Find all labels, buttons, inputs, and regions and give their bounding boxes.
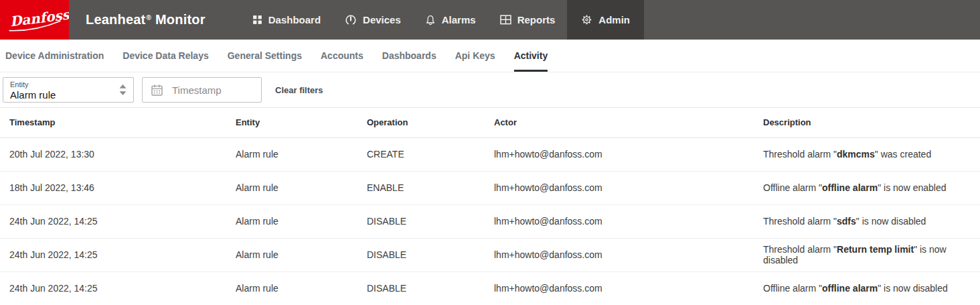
subnav-item-activity[interactable]: Activity [514,40,548,72]
table-row: 18th Jul 2022, 13:46 Alarm rule ENABLE l… [0,171,980,204]
select-arrows-icon [119,84,127,96]
timestamp-filter-input[interactable] [172,84,249,96]
gear-icon [581,14,592,25]
cell-actor: lhm+howto@danfoss.com [493,271,762,305]
cell-description: Threshold alarm "sdfs" is now disabled [762,204,980,238]
subnav-item-accounts[interactable]: Accounts [321,40,363,72]
cell-entity: Alarm rule [234,171,365,204]
cell-timestamp: 24th Jun 2022, 14:25 [0,271,234,305]
reports-icon [500,15,511,25]
topnav-item-alarms[interactable]: Alarms [413,0,488,40]
table-row: 24th Jun 2022, 14:25 Alarm rule DISABLE … [0,238,980,271]
cell-description: Threshold alarm "Return temp limit" is n… [762,238,980,271]
subnav-item-label: Device Data Relays [122,50,208,61]
topnav-item-label: Devices [363,14,401,25]
alarm-name: offline alarm [822,283,878,294]
cell-timestamp: 24th Jun 2022, 14:25 [0,238,234,271]
top-bar: Danfoss Leanheat®Monitor Dashboard [0,0,980,40]
topnav-item-label: Dashboard [268,14,321,25]
cell-operation: ENABLE [365,171,493,204]
column-header-timestamp: Timestamp [0,108,234,137]
cell-description: Offline alarm "offline alarm" is now ena… [762,171,980,204]
danfoss-logo-icon: Danfoss [0,0,69,40]
entity-filter-select[interactable]: Entity Alarm rule [3,77,134,103]
alarm-name: offline alarm [822,182,878,193]
alarm-name: Return temp limit [837,244,914,255]
cell-timestamp: 18th Jul 2022, 13:46 [0,171,234,204]
timestamp-filter[interactable] [142,77,262,103]
top-navigation: Dashboard Devices Alarms [240,0,644,40]
subnav-item-api-keys[interactable]: Api Keys [455,40,495,72]
alarm-name: sdfs [837,216,856,227]
cell-timestamp: 20th Jul 2022, 13:30 [0,137,234,171]
cell-operation: DISABLE [365,238,493,271]
app-title: Leanheat®Monitor [86,0,206,40]
entity-filter-label: Entity [10,80,113,89]
app-title-main: Leanheat [86,12,145,27]
topnav-item-reports[interactable]: Reports [488,0,568,40]
dashboard-icon [252,15,262,25]
clear-filters-button[interactable]: Clear filters [275,85,323,95]
cell-actor: lhm+howto@danfoss.com [493,204,762,238]
cell-entity: Alarm rule [234,204,365,238]
table-row: 24th Jun 2022, 14:25 Alarm rule DISABLE … [0,271,980,305]
subnav-item-label: General Settings [228,50,302,61]
subnav-item-label: Dashboards [382,50,436,61]
app-title-rest: Monitor [155,12,206,27]
cell-entity: Alarm rule [234,137,365,171]
subnav-item-device-data-relays[interactable]: Device Data Relays [122,40,208,72]
topnav-item-label: Admin [598,14,630,25]
calendar-icon [151,84,163,97]
cell-actor: lhm+howto@danfoss.com [493,238,762,271]
table-row: 24th Jun 2022, 14:25 Alarm rule DISABLE … [0,204,980,238]
entity-filter-value: Alarm rule [10,89,113,101]
subnav-item-device-administration[interactable]: Device Administration [5,40,104,72]
cell-timestamp: 24th Jun 2022, 14:25 [0,204,234,238]
cell-operation: DISABLE [365,204,493,238]
cell-entity: Alarm rule [234,271,365,305]
activity-table: Timestamp Entity Operation Actor Descrip… [0,108,980,305]
subnav-item-dashboards[interactable]: Dashboards [382,40,436,72]
danfoss-logo[interactable]: Danfoss [0,0,69,40]
column-header-entity: Entity [234,108,365,137]
subnav-item-label: Device Administration [5,50,104,61]
topnav-item-dashboard[interactable]: Dashboard [240,0,333,40]
cell-entity: Alarm rule [234,238,365,271]
page: Danfoss Leanheat®Monitor Dashboard [0,0,980,305]
table-header-row: Timestamp Entity Operation Actor Descrip… [0,108,980,137]
table-row: 20th Jul 2022, 13:30 Alarm rule CREATE l… [0,137,980,171]
admin-subnav: Device Administration Device Data Relays… [0,40,980,72]
topnav-item-devices[interactable]: Devices [333,0,413,40]
gauge-icon [345,14,357,26]
app-title-reg: ® [146,14,151,21]
topnav-item-label: Alarms [442,14,476,25]
topnav-item-admin[interactable]: Admin [567,0,644,40]
subnav-item-label: Api Keys [455,50,495,61]
subnav-item-general-settings[interactable]: General Settings [228,40,302,72]
column-header-operation: Operation [365,108,493,137]
column-header-actor: Actor [493,108,762,137]
filter-bar: Entity Alarm rule [0,72,980,108]
subnav-item-label: Accounts [321,50,363,61]
cell-actor: lhm+howto@danfoss.com [493,171,762,204]
cell-actor: lhm+howto@danfoss.com [493,137,762,171]
cell-description: Offline alarm "offline alarm" is now dis… [762,271,980,305]
cell-description: Threshold alarm "dkmcms" was created [762,137,980,171]
alarm-name: dkmcms [837,149,875,160]
cell-operation: CREATE [365,137,493,171]
bell-icon [425,15,436,25]
cell-operation: DISABLE [365,271,493,305]
subnav-item-label: Activity [514,50,548,61]
column-header-description: Description [762,108,980,137]
topnav-item-label: Reports [517,14,556,25]
